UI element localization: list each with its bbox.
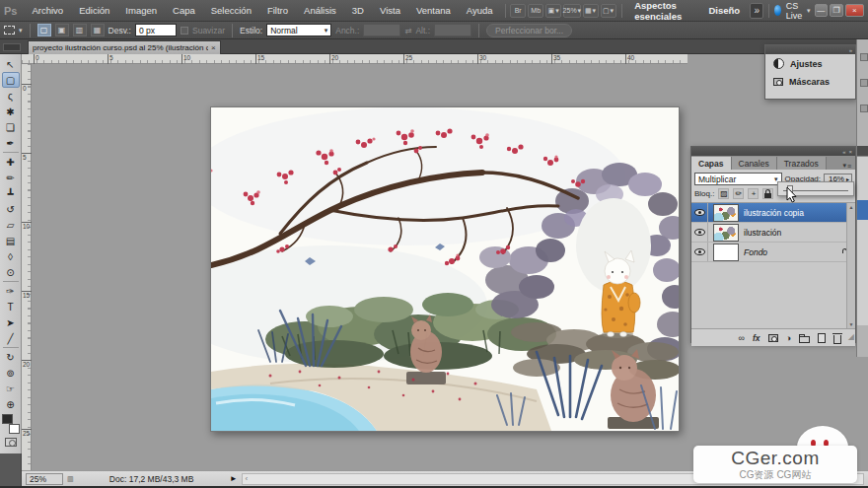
style-select[interactable]: Normal▾ xyxy=(266,24,331,36)
eraser-tool[interactable]: ▱ xyxy=(2,217,20,233)
cs-live-button[interactable]: CS Live xyxy=(786,1,805,21)
delete-layer-icon[interactable] xyxy=(833,332,841,344)
eyedropper-tool[interactable]: ✒ xyxy=(2,135,20,151)
zoom-tool[interactable]: ⊕ xyxy=(2,396,20,412)
status-options-icon[interactable]: ▥ xyxy=(67,475,74,483)
resize-grip-icon[interactable]: ◢ xyxy=(848,332,854,341)
zoom-level-dropdown[interactable]: 25%▾ xyxy=(563,4,580,18)
new-group-icon[interactable] xyxy=(799,333,810,343)
adjustments-panel-button[interactable]: Ajustes xyxy=(765,54,855,73)
tab-canales[interactable]: Canales xyxy=(732,157,777,170)
view-extras-icon[interactable]: ▣▾ xyxy=(545,4,561,18)
vertical-ruler[interactable]: 0 5 10 15 20 25 xyxy=(22,64,32,470)
collapse-panel-icon[interactable]: « xyxy=(842,149,845,155)
menu-ayuda[interactable]: Ayuda xyxy=(460,2,500,19)
crop-tool[interactable]: ❏ xyxy=(2,119,20,135)
quick-selection-tool[interactable]: ✱ xyxy=(2,104,20,119)
quick-mask-button[interactable] xyxy=(5,438,17,447)
menu-analisis[interactable]: Análisis xyxy=(297,2,343,19)
layer-thumbnail[interactable] xyxy=(713,224,739,242)
pen-tool[interactable]: ✑ xyxy=(2,283,20,299)
brush-tool[interactable]: ✏ xyxy=(2,170,20,185)
line-tool[interactable]: ╱ xyxy=(2,330,20,346)
lock-transparency-icon[interactable]: ▨ xyxy=(718,188,729,199)
restore-button[interactable]: ❐ xyxy=(830,4,843,17)
hand-tool[interactable]: ☞ xyxy=(2,381,20,396)
layer-style-icon[interactable]: fx xyxy=(753,333,760,343)
expand-panel-icon[interactable]: » xyxy=(849,47,852,53)
3d-rotate-tool[interactable]: ↻ xyxy=(2,349,20,365)
lock-pixels-icon[interactable]: ✏ xyxy=(733,188,744,199)
layer-row-fondo[interactable]: Fondo xyxy=(691,243,855,262)
workspace-aspectos-esenciales[interactable]: Aspectos esenciales xyxy=(626,0,698,25)
path-selection-tool[interactable]: ➤ xyxy=(2,314,20,330)
masks-panel-button[interactable]: Máscaras xyxy=(765,73,855,91)
antialias-checkbox[interactable] xyxy=(181,27,188,35)
minimize-button[interactable]: — xyxy=(815,4,829,17)
dodge-tool[interactable]: ⊙ xyxy=(2,264,20,280)
menu-imagen[interactable]: Imagen xyxy=(118,2,164,19)
scroll-down-icon[interactable]: ▼ xyxy=(849,321,854,327)
lock-position-icon[interactable]: + xyxy=(748,188,759,199)
layers-scrollbar[interactable]: ▲ ▼ xyxy=(846,203,855,328)
horizontal-ruler[interactable]: 0 5 10 15 20 25 30 35 40 xyxy=(22,54,687,64)
bridge-icon[interactable]: Br xyxy=(510,4,526,18)
menu-filtro[interactable]: Filtro xyxy=(260,2,295,19)
menu-3d[interactable]: 3D xyxy=(345,2,371,19)
layer-row-ilustracion-copia[interactable]: ilustración copia xyxy=(691,203,855,223)
clone-stamp-tool[interactable]: ┻ xyxy=(2,185,20,201)
workspace-overflow-button[interactable]: » xyxy=(750,3,763,19)
foreground-color-swatch[interactable] xyxy=(2,414,13,424)
marquee-tool-icon[interactable] xyxy=(4,26,15,35)
menu-vista[interactable]: Vista xyxy=(373,2,407,19)
screen-mode-icon[interactable]: ▢▾ xyxy=(601,4,616,18)
tab-capas[interactable]: Capas xyxy=(691,157,732,170)
tab-trazados[interactable]: Trazados xyxy=(777,157,827,170)
scroll-up-icon[interactable]: ▲ xyxy=(849,204,854,210)
lasso-tool[interactable]: ς xyxy=(2,88,20,104)
spot-healing-brush-tool[interactable]: ✚ xyxy=(2,154,20,170)
type-tool[interactable]: T xyxy=(2,299,20,314)
selection-add-button[interactable]: ▣ xyxy=(55,24,69,36)
menu-edicion[interactable]: Edición xyxy=(72,2,116,19)
scroll-left-icon[interactable]: ‹ xyxy=(246,474,249,483)
selection-new-button[interactable]: ▢ xyxy=(37,24,51,36)
selection-subtract-button[interactable]: ▥ xyxy=(73,24,87,36)
menu-seleccion[interactable]: Selección xyxy=(204,2,258,19)
blur-tool[interactable]: ◊ xyxy=(2,248,20,264)
workspace-diseno[interactable]: Diseño xyxy=(700,2,748,19)
add-mask-icon[interactable] xyxy=(768,334,778,342)
rectangular-marquee-tool[interactable]: ▢ xyxy=(2,72,20,88)
new-adjustment-layer-icon[interactable]: ◑ xyxy=(786,333,791,343)
move-tool[interactable]: ↖ xyxy=(2,56,20,72)
feather-input[interactable]: 0 px xyxy=(135,24,177,36)
visibility-cell[interactable] xyxy=(691,223,708,242)
menu-archivo[interactable]: Archivo xyxy=(25,2,70,19)
link-layers-icon[interactable]: ∞ xyxy=(739,333,745,343)
menu-ventana[interactable]: Ventana xyxy=(409,2,458,19)
document-canvas[interactable] xyxy=(210,106,680,432)
visibility-cell[interactable] xyxy=(691,203,708,222)
history-brush-tool[interactable]: ↺ xyxy=(2,201,20,217)
background-color-swatch[interactable] xyxy=(9,424,20,434)
close-tab-icon[interactable]: × xyxy=(211,43,216,52)
arrange-documents-icon[interactable]: ▦▾ xyxy=(583,4,599,18)
layer-row-ilustracion[interactable]: ilustración xyxy=(691,223,855,243)
layer-thumbnail[interactable] xyxy=(713,204,739,222)
mini-bridge-icon[interactable]: Mb xyxy=(528,4,543,18)
chevron-down-icon[interactable]: ▾ xyxy=(19,27,23,35)
panel-menu-icon[interactable]: ▾≡ xyxy=(838,162,855,170)
new-layer-icon[interactable] xyxy=(818,333,826,343)
zoom-percent-field[interactable]: 25% xyxy=(26,473,63,485)
status-menu-arrow-icon[interactable]: ► xyxy=(230,474,238,483)
close-button[interactable]: × xyxy=(845,4,864,17)
selection-intersect-button[interactable]: ▦ xyxy=(91,24,105,36)
document-tab[interactable]: proyecto ilustración curso.psd al 25% (i… xyxy=(28,40,221,54)
close-panel-icon[interactable]: × xyxy=(848,149,852,155)
visibility-cell[interactable] xyxy=(691,243,708,261)
3d-orbit-tool[interactable]: ⊚ xyxy=(2,365,20,381)
menu-capa[interactable]: Capa xyxy=(166,2,202,19)
layer-thumbnail[interactable] xyxy=(713,244,739,261)
lock-all-icon[interactable] xyxy=(762,188,773,199)
blend-mode-select[interactable]: Multiplicar▾ xyxy=(694,173,782,185)
